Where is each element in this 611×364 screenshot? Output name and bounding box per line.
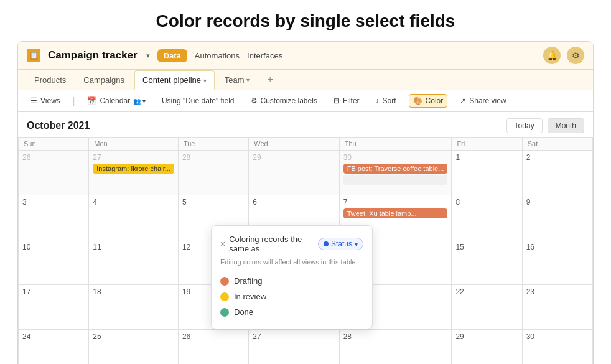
customize-icon: ⚙ bbox=[251, 96, 258, 105]
views-button[interactable]: ☰ Views bbox=[27, 95, 64, 107]
day-header-fri: Fri bbox=[452, 138, 522, 151]
app-title: Campaign tracker bbox=[48, 49, 138, 62]
table-row: 1 bbox=[452, 151, 522, 195]
calendar-icon: 📅 bbox=[87, 96, 96, 105]
table-row: 26 bbox=[179, 330, 249, 364]
table-row: 8 bbox=[452, 195, 522, 240]
day-header-sun: Sun bbox=[19, 138, 89, 151]
drafting-label: Drafting bbox=[234, 276, 263, 286]
nav-interfaces[interactable]: Interfaces bbox=[247, 51, 282, 60]
popup-item-done[interactable]: Done bbox=[220, 304, 363, 320]
popup-hint: Editing colors will affect all views in … bbox=[220, 258, 363, 266]
notification-icon[interactable]: 🔔 bbox=[543, 47, 561, 64]
calendar-area: October 2021 Today Month Sun Mon Tue Wed… bbox=[18, 112, 593, 364]
table-row: 29 bbox=[452, 330, 522, 364]
filter-icon: ⊟ bbox=[333, 96, 340, 105]
filter-button[interactable]: ⊟ Filter bbox=[330, 95, 363, 107]
popup-close-icon[interactable]: × bbox=[220, 239, 225, 249]
table-row: 11 bbox=[89, 240, 179, 285]
share-icon: ↗ bbox=[460, 96, 466, 105]
tab-bar: Products Campaigns Content pipeline ▾ Te… bbox=[18, 70, 593, 90]
sep1: | bbox=[73, 96, 75, 106]
table-row: 23 bbox=[523, 285, 593, 330]
app-icon: 📋 bbox=[27, 49, 40, 62]
calendar-nav: Today Month bbox=[506, 118, 584, 133]
toolbar: ☰ Views | 📅 Calendar 👥 ▾ Using "Due date… bbox=[18, 90, 593, 112]
color-button[interactable]: 🎨 Color bbox=[409, 94, 448, 108]
app-container: 📋 Campaign tracker ▾ Data Automations In… bbox=[17, 41, 594, 364]
in-review-color-dot bbox=[220, 292, 229, 301]
customize-labels-button[interactable]: ⚙ Customize labels bbox=[247, 95, 321, 107]
done-label: Done bbox=[234, 307, 253, 317]
table-row: 30 FB post: Traverse coffee table... ··· bbox=[340, 151, 452, 195]
color-popup: × Coloring records the same as Status ▾ … bbox=[211, 225, 373, 329]
popup-item-drafting[interactable]: Drafting bbox=[220, 273, 363, 289]
day-header-thu: Thu bbox=[340, 138, 452, 151]
table-row: 28 bbox=[179, 151, 249, 195]
status-label: Status bbox=[331, 240, 352, 248]
event-more-thu[interactable]: ··· bbox=[343, 175, 448, 185]
nav-automations[interactable]: Automations bbox=[195, 51, 240, 60]
table-row: 29 bbox=[249, 151, 339, 195]
app-title-caret: ▾ bbox=[146, 52, 150, 60]
day-header-wed: Wed bbox=[249, 138, 339, 151]
table-row: 16 bbox=[523, 240, 593, 285]
sort-icon: ↕ bbox=[376, 96, 380, 105]
top-bar-right: 🔔 ⚙ bbox=[543, 47, 584, 64]
popup-item-in-review[interactable]: In review bbox=[220, 289, 363, 304]
table-row: 4 bbox=[89, 195, 179, 240]
done-color-dot bbox=[220, 308, 229, 317]
popup-header-left: × Coloring records the same as Status ▾ bbox=[220, 235, 363, 253]
event-tweet-xu[interactable]: Tweet: Xu table lamp... bbox=[343, 208, 448, 218]
page-title: Color records by single select fields bbox=[0, 0, 611, 41]
in-review-label: In review bbox=[234, 292, 266, 301]
day-header-tue: Tue bbox=[179, 138, 249, 151]
event-fb-traverse[interactable]: FB post: Traverse coffee table... bbox=[343, 164, 448, 174]
tab-campaigns[interactable]: Campaigns bbox=[76, 71, 132, 89]
table-row: 28 bbox=[340, 330, 452, 364]
table-row: 27 Instagram: Ikrore chair... bbox=[89, 151, 179, 195]
popup-header: × Coloring records the same as Status ▾ bbox=[220, 235, 363, 253]
calendar-month-title: October 2021 bbox=[27, 120, 90, 131]
sort-button[interactable]: ↕ Sort bbox=[372, 95, 400, 107]
drafting-color-dot bbox=[220, 277, 229, 286]
nav-data[interactable]: Data bbox=[157, 49, 187, 62]
views-icon: ☰ bbox=[30, 96, 37, 105]
table-row: 22 bbox=[452, 285, 522, 330]
tab-add-button[interactable]: + bbox=[259, 70, 280, 90]
event-instagram[interactable]: Instagram: Ikrore chair... bbox=[93, 164, 174, 174]
day-header-mon: Mon bbox=[89, 138, 179, 151]
color-icon: 🎨 bbox=[413, 96, 422, 105]
status-caret: ▾ bbox=[355, 241, 358, 248]
table-row: 2 bbox=[523, 151, 593, 195]
table-row: 25 bbox=[89, 330, 179, 364]
calendar-button[interactable]: 📅 Calendar 👥 ▾ bbox=[83, 95, 149, 107]
using-date-button[interactable]: Using "Due date" field bbox=[158, 95, 238, 107]
popup-coloring-label: Coloring records the same as bbox=[229, 235, 314, 253]
tab-products[interactable]: Products bbox=[27, 71, 73, 89]
table-row: 27 bbox=[249, 330, 339, 364]
table-row: 26 bbox=[19, 151, 89, 195]
top-bar: 📋 Campaign tracker ▾ Data Automations In… bbox=[18, 42, 593, 70]
popup-status-badge[interactable]: Status ▾ bbox=[318, 238, 363, 250]
tab-team[interactable]: Team ▾ bbox=[217, 71, 258, 89]
table-row: 30 bbox=[523, 330, 593, 364]
table-row: 10 bbox=[19, 240, 89, 285]
table-row: 24 bbox=[19, 330, 89, 364]
status-dot bbox=[324, 241, 329, 246]
top-bar-left: 📋 Campaign tracker ▾ Data Automations In… bbox=[27, 49, 282, 62]
calendar-header: October 2021 Today Month bbox=[18, 112, 593, 137]
settings-icon[interactable]: ⚙ bbox=[567, 47, 584, 64]
table-row: 15 bbox=[452, 240, 522, 285]
tab-content-pipeline[interactable]: Content pipeline ▾ bbox=[134, 70, 215, 90]
month-button[interactable]: Month bbox=[548, 118, 584, 133]
day-header-sat: Sat bbox=[523, 138, 593, 151]
share-view-button[interactable]: ↗ Share view bbox=[456, 95, 510, 107]
table-row: 17 bbox=[19, 285, 89, 330]
table-row: 18 bbox=[89, 285, 179, 330]
today-button[interactable]: Today bbox=[506, 118, 543, 133]
table-row: 3 bbox=[19, 195, 89, 240]
table-row: 9 bbox=[523, 195, 593, 240]
